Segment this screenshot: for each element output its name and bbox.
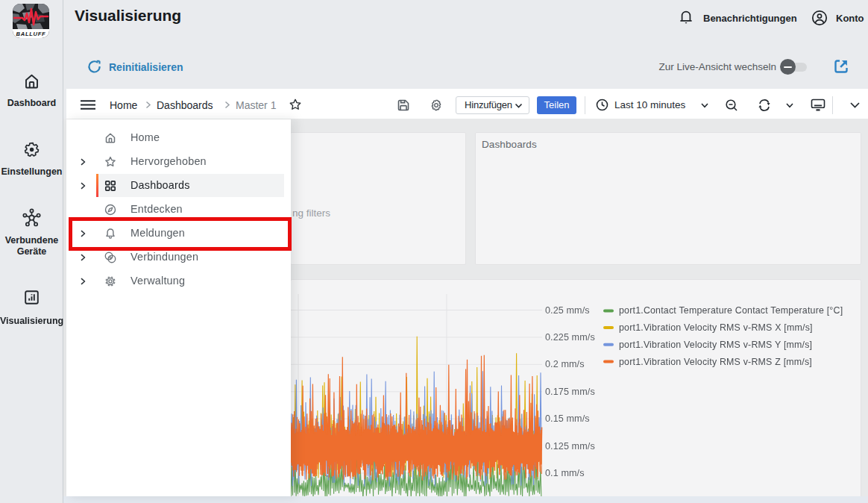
svg-text:0.225 mm/s: 0.225 mm/s: [545, 332, 595, 343]
svg-text:0.125 mm/s: 0.125 mm/s: [545, 441, 595, 452]
svg-text:0.15 mm/s: 0.15 mm/s: [545, 413, 590, 424]
svg-text:0.2 mm/s: 0.2 mm/s: [545, 359, 585, 369]
svg-text:port1.Contact Temperature Cont: port1.Contact Temperature Contact Temper…: [619, 305, 843, 316]
svg-text:port1.Vibration Velocity RMS v: port1.Vibration Velocity RMS v-RMS X [mm…: [619, 322, 813, 333]
svg-text:port1.Vibration Velocity RMS v: port1.Vibration Velocity RMS v-RMS Z [mm…: [619, 357, 812, 367]
svg-text:0.25 mm/s: 0.25 mm/s: [545, 305, 590, 316]
svg-text:port1.Vibration Velocity RMS v: port1.Vibration Velocity RMS v-RMS Y [mm…: [619, 340, 812, 350]
svg-text:0.175 mm/s: 0.175 mm/s: [545, 387, 595, 397]
svg-text:BALLUFF: BALLUFF: [16, 31, 46, 37]
svg-text:0.1 mm/s: 0.1 mm/s: [545, 468, 585, 478]
